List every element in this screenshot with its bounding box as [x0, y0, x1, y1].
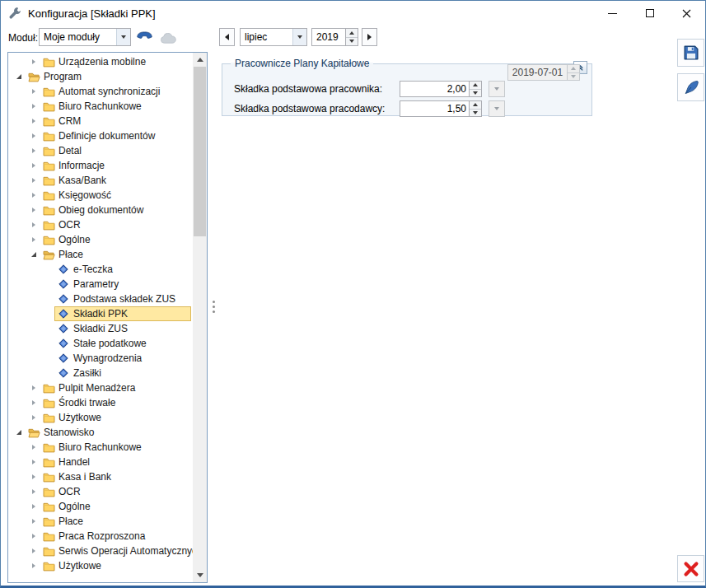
scroll-thumb[interactable] — [194, 67, 206, 236]
tree-item[interactable]: Stanowisko — [8, 425, 193, 440]
tree-item[interactable]: Stałe podatkowe — [8, 336, 193, 351]
scroll-up-button[interactable] — [193, 53, 207, 67]
title-bar[interactable]: Konfiguracja [Składki PPK] — [1, 1, 705, 26]
tree-item[interactable]: Detal — [8, 143, 193, 158]
tree-item[interactable]: Definicje dokumentów — [8, 128, 193, 143]
tree-scrollbar[interactable] — [193, 53, 207, 582]
tree-item[interactable]: Biuro Rachunkowe — [8, 99, 193, 114]
expand-arrow-icon[interactable] — [28, 563, 40, 568]
window-controls — [594, 1, 705, 26]
month-select[interactable]: lipiec — [240, 28, 307, 46]
expand-arrow-icon[interactable] — [28, 163, 40, 168]
expand-arrow-icon[interactable] — [28, 415, 40, 420]
decrement-button[interactable] — [470, 89, 481, 97]
expand-arrow-icon[interactable] — [28, 222, 40, 227]
tree-item[interactable]: Płace — [8, 514, 193, 529]
tree-item[interactable]: Pulpit Menadżera — [8, 380, 193, 395]
increment-button[interactable] — [470, 82, 481, 89]
collapse-arrow-icon[interactable] — [13, 74, 25, 79]
save-button[interactable] — [677, 39, 704, 67]
expand-arrow-icon[interactable] — [28, 237, 40, 242]
spin-down-icon — [349, 40, 354, 43]
year-decrement-button[interactable] — [346, 37, 358, 46]
tree-item[interactable]: OCR — [8, 484, 193, 499]
tree-item[interactable]: Ogólne — [8, 499, 193, 514]
expand-arrow-icon[interactable] — [28, 104, 40, 109]
tree-item-label: Składki PPK — [73, 308, 128, 320]
expand-arrow-icon[interactable] — [28, 178, 40, 183]
folder-icon — [42, 398, 55, 408]
module-select[interactable]: Moje moduły — [39, 28, 131, 46]
expand-arrow-icon[interactable] — [28, 504, 40, 509]
employer-contribution-input[interactable] — [400, 100, 482, 117]
tree-item[interactable]: Obieg dokumentów — [8, 203, 193, 217]
expand-arrow-icon[interactable] — [28, 548, 40, 553]
tree-item[interactable]: Urządzenia mobilne — [8, 54, 193, 69]
tree-item[interactable]: Środki trwałe — [8, 395, 193, 410]
tree-item[interactable]: Handel — [8, 455, 193, 469]
tree-item[interactable]: Zasiłki — [8, 366, 193, 380]
tree-item[interactable]: Informacje — [8, 158, 193, 173]
expand-arrow-icon[interactable] — [28, 208, 40, 212]
cancel-button[interactable] — [677, 555, 704, 582]
tree-item[interactable]: Biuro Rachunkowe — [8, 440, 193, 455]
chevron-down-icon[interactable] — [116, 29, 130, 45]
chevron-down-icon[interactable] — [292, 29, 306, 45]
collapse-arrow-icon[interactable] — [13, 430, 25, 435]
tree-item[interactable]: Użytkowe — [8, 558, 193, 573]
minimize-button[interactable] — [594, 1, 631, 26]
tree-item[interactable]: Ogólne — [8, 232, 193, 247]
tree-item[interactable]: Składki ZUS — [8, 321, 193, 336]
expand-arrow-icon[interactable] — [28, 519, 40, 524]
expand-arrow-icon[interactable] — [28, 400, 40, 405]
scroll-down-button[interactable] — [193, 568, 207, 582]
tree-item[interactable]: Praca Rozproszona — [8, 529, 193, 544]
tree-item[interactable]: OCR — [8, 217, 193, 232]
tree-item[interactable]: Użytkowe — [8, 410, 193, 425]
tree-item[interactable]: CRM — [8, 114, 193, 128]
tree-item[interactable]: Płace — [8, 247, 193, 262]
tree-item[interactable]: Wynagrodzenia — [8, 351, 193, 366]
tree-item[interactable]: Podstawa składek ZUS — [8, 292, 193, 306]
employee-contribution-input[interactable] — [400, 81, 482, 97]
expand-arrow-icon[interactable] — [28, 460, 40, 464]
tree-item[interactable]: Automat synchronizacji — [8, 84, 193, 99]
expand-arrow-icon[interactable] — [28, 489, 40, 494]
tree-item-label: Program — [44, 71, 82, 82]
tree-item[interactable]: Program — [8, 69, 193, 84]
increment-button[interactable] — [470, 101, 481, 109]
phone-button[interactable] — [133, 27, 155, 47]
expand-arrow-icon[interactable] — [28, 133, 40, 138]
tree-item[interactable]: Składki PPK — [8, 306, 193, 321]
tree-item[interactable]: Księgowość — [8, 188, 193, 203]
next-month-button[interactable] — [362, 28, 377, 46]
expand-arrow-icon[interactable] — [28, 385, 40, 390]
pen-button[interactable] — [677, 73, 704, 101]
collapse-arrow-icon[interactable] — [28, 252, 40, 257]
tree-item[interactable]: Kasa i Bank — [8, 469, 193, 484]
tree-item[interactable]: Kasa/Bank — [8, 173, 193, 188]
expand-arrow-icon[interactable] — [28, 193, 40, 198]
splitter-handle[interactable] — [210, 299, 217, 317]
spin-up-icon — [571, 67, 576, 70]
expand-arrow-icon[interactable] — [28, 474, 40, 479]
employee-contribution-value[interactable] — [400, 82, 469, 96]
year-increment-button[interactable] — [346, 29, 358, 37]
prev-month-button[interactable] — [219, 28, 235, 46]
tree-item[interactable]: e-Teczka — [8, 262, 193, 277]
folder-icon — [42, 205, 55, 216]
expand-arrow-icon[interactable] — [28, 445, 40, 450]
expand-arrow-icon[interactable] — [28, 148, 40, 153]
expand-arrow-icon[interactable] — [28, 59, 40, 64]
employer-contribution-value[interactable] — [400, 101, 469, 116]
tree-item-label: Pulpit Menadżera — [58, 382, 135, 394]
expand-arrow-icon[interactable] — [28, 534, 40, 539]
tree-item[interactable]: Parametry — [8, 277, 193, 292]
maximize-button[interactable] — [631, 1, 668, 26]
expand-arrow-icon[interactable] — [28, 119, 40, 124]
close-button[interactable] — [668, 1, 705, 26]
tree-item[interactable]: Serwis Operacji Automatycznych — [8, 544, 193, 558]
year-spinner[interactable]: 2019 — [311, 28, 358, 46]
expand-arrow-icon[interactable] — [28, 89, 40, 94]
decrement-button[interactable] — [470, 109, 481, 117]
